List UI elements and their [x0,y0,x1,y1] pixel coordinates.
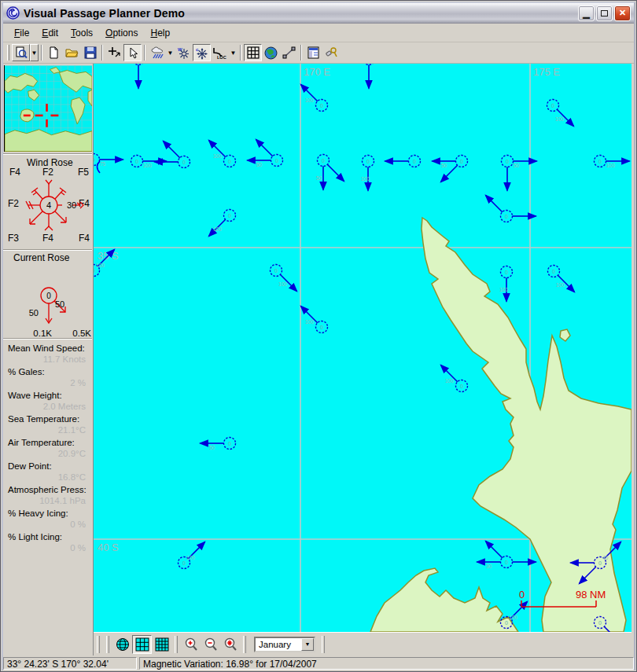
print-preview-icon [15,46,28,59]
map-toolbar-handle[interactable] [106,636,109,653]
location-tool-button[interactable]: LOC [211,44,229,61]
menu-help[interactable]: Help [144,25,176,41]
zoom-in-button[interactable] [181,635,201,654]
stat-label: Dew Point: [3,458,92,471]
grid-view-button[interactable] [132,635,152,654]
wind-site[interactable]: 0100 [271,265,297,292]
new-document-button[interactable] [45,44,63,61]
wind-site[interactable]: 050 [201,438,236,451]
map-toolbar-handle[interactable] [97,636,100,653]
save-file-button[interactable] [81,44,99,61]
chart-map[interactable]: 170 E 175 E 35 S 40 S 000100010007501000… [94,64,631,632]
waypoint-tool-button[interactable] [105,44,123,61]
wind-site[interactable]: 0100 [208,140,235,167]
toolbar-handle[interactable] [7,45,9,61]
new-document-icon [48,46,61,59]
pointer-tool-button[interactable] [123,44,142,61]
wind-rose-tool-button[interactable]: W [175,44,193,61]
wind-rose-center-value: 4 [46,200,51,210]
dense-grid-view-button[interactable] [152,635,171,654]
wind-site[interactable]: 0100 [499,266,513,302]
world-overview-map[interactable] [4,65,92,152]
map-toolbar-handle[interactable] [243,636,246,653]
weather-overlay-button[interactable] [148,44,166,61]
wind-site[interactable]: 0 [385,156,421,167]
close-button[interactable]: ✕ [614,6,631,21]
wind-site[interactable]: 050 [502,156,537,191]
landmass-north-island [422,218,631,632]
print-preview-button[interactable] [12,44,30,61]
month-dropdown-button[interactable]: ▼ [301,638,314,651]
grid-toggle-button[interactable] [244,44,262,61]
minimize-button[interactable]: ▁ [578,6,595,21]
stat-value: 0 % [3,518,92,529]
route-line-icon [282,46,296,59]
sidebar-divider [3,153,92,155]
map-toolbar: January ▼ [94,632,631,655]
grid-3x3-icon [135,637,149,652]
wind-site[interactable]: 0100 [179,542,205,568]
map-toolbar-handle[interactable] [322,636,325,653]
wind-vector-value: 100 [445,378,454,384]
wind-vector-value: 100 [186,555,195,560]
report-view-button[interactable] [304,44,322,61]
title-bar[interactable]: Visual Passage Planner Demo ▁ ✕ [3,3,634,24]
zoom-out-button[interactable] [201,635,220,654]
wind-site[interactable]: 0 [485,195,536,222]
menu-bar: File Edit Tools Options Help [3,24,634,42]
wind-site[interactable]: 050 [248,139,283,167]
stat-value: 20.9°C [3,447,92,458]
month-value: January [259,640,291,649]
month-select[interactable]: January ▼ [254,637,315,652]
wind-site[interactable]: 0100 [361,156,374,191]
zoom-extent-icon [223,637,237,652]
menu-tools[interactable]: Tools [64,25,99,41]
menu-options[interactable]: Options [99,25,144,41]
globe-projection-button[interactable] [112,635,132,654]
menu-file[interactable]: File [8,25,35,41]
waypoint-cross-icon [109,46,121,59]
location-tool-dropdown[interactable]: ▼ [229,44,237,61]
satellite-fix-button[interactable] [322,44,341,61]
wind-vector-value: 30 [486,564,492,569]
menu-edit[interactable]: Edit [35,25,64,41]
toolbar-separator [101,45,103,61]
stat-value: 21.1°C [3,424,92,435]
wind-site-center-label: 0 [505,214,508,219]
wind-site[interactable]: 0100 [208,210,235,237]
wind-site[interactable]: 050 [316,155,344,190]
current-rose-tool-button[interactable]: c [193,44,211,61]
route-tool-button[interactable] [280,44,298,61]
scale-bar-end: 98 NM [576,589,606,600]
wind-site[interactable]: 030 [477,541,536,569]
maximize-button[interactable] [596,6,613,21]
wind-site[interactable]: 0100 [300,84,327,111]
wind-vector-value: 100 [213,153,222,159]
current-rose-label-down: 50 [29,308,39,318]
wind-site[interactable]: 0 [363,64,375,89]
open-file-button[interactable] [63,44,81,61]
wind-site-center-label: 0 [94,157,95,163]
wind-site[interactable]: 0100 [547,100,574,127]
wind-site[interactable]: 050 [433,156,468,182]
map-toolbar-handle[interactable] [175,636,178,653]
wind-site[interactable]: 0100 [300,306,327,332]
print-preview-dropdown[interactable]: ▼ [30,44,39,61]
wind-vector-value: 50 [209,445,215,450]
wind-site[interactable]: 0 [133,64,145,89]
globe-icon [264,46,278,60]
wind-site-center-label: 0 [506,159,509,164]
wind-rose-east-value: 30 [67,200,76,210]
zoom-extent-button[interactable] [220,635,240,654]
wind-site[interactable]: 0 [155,141,190,167]
globe-view-button[interactable] [262,44,280,61]
weather-overlay-dropdown[interactable]: ▼ [166,44,175,61]
wind-site-center-label: 0 [366,159,370,164]
wind-site[interactable]: 0100 [595,156,630,169]
wind-vector-value: 100 [213,226,222,232]
wind-site[interactable]: 0100 [501,601,528,628]
wind-site[interactable]: 0100 [548,266,575,292]
loc-label: LOC [217,55,226,60]
wind-site[interactable]: 0100 [440,365,467,391]
sidebar: Wind Rose F4 F2 F5 F2 F4 F3 F4 F4 [3,64,94,655]
